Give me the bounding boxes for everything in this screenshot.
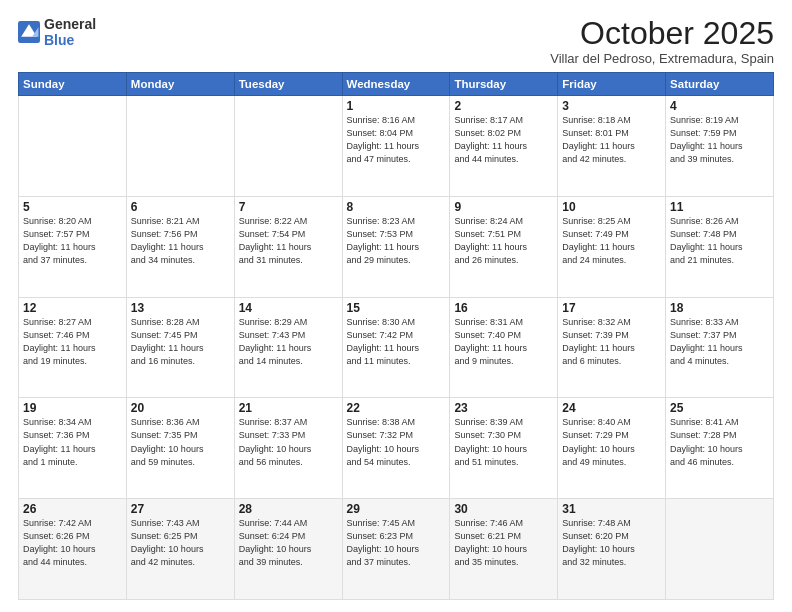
calendar-table: SundayMondayTuesdayWednesdayThursdayFrid…	[18, 72, 774, 600]
day-info: Sunrise: 8:29 AM Sunset: 7:43 PM Dayligh…	[239, 316, 338, 368]
calendar-cell: 12Sunrise: 8:27 AM Sunset: 7:46 PM Dayli…	[19, 297, 127, 398]
weekday-header: Tuesday	[234, 73, 342, 96]
calendar-cell: 23Sunrise: 8:39 AM Sunset: 7:30 PM Dayli…	[450, 398, 558, 499]
day-info: Sunrise: 7:48 AM Sunset: 6:20 PM Dayligh…	[562, 517, 661, 569]
logo: General Blue	[18, 16, 96, 48]
day-info: Sunrise: 8:34 AM Sunset: 7:36 PM Dayligh…	[23, 416, 122, 468]
day-info: Sunrise: 8:22 AM Sunset: 7:54 PM Dayligh…	[239, 215, 338, 267]
calendar-cell: 1Sunrise: 8:16 AM Sunset: 8:04 PM Daylig…	[342, 96, 450, 197]
day-info: Sunrise: 8:21 AM Sunset: 7:56 PM Dayligh…	[131, 215, 230, 267]
page: General Blue October 2025 Villar del Ped…	[0, 0, 792, 612]
day-number: 19	[23, 401, 122, 415]
day-info: Sunrise: 8:30 AM Sunset: 7:42 PM Dayligh…	[347, 316, 446, 368]
day-info: Sunrise: 8:40 AM Sunset: 7:29 PM Dayligh…	[562, 416, 661, 468]
header-row: SundayMondayTuesdayWednesdayThursdayFrid…	[19, 73, 774, 96]
day-number: 10	[562, 200, 661, 214]
calendar-cell: 6Sunrise: 8:21 AM Sunset: 7:56 PM Daylig…	[126, 196, 234, 297]
calendar-cell	[234, 96, 342, 197]
day-number: 29	[347, 502, 446, 516]
day-number: 20	[131, 401, 230, 415]
weekday-header: Wednesday	[342, 73, 450, 96]
day-info: Sunrise: 8:17 AM Sunset: 8:02 PM Dayligh…	[454, 114, 553, 166]
calendar-week-row: 12Sunrise: 8:27 AM Sunset: 7:46 PM Dayli…	[19, 297, 774, 398]
day-number: 11	[670, 200, 769, 214]
day-number: 28	[239, 502, 338, 516]
day-number: 4	[670, 99, 769, 113]
day-info: Sunrise: 8:16 AM Sunset: 8:04 PM Dayligh…	[347, 114, 446, 166]
day-number: 25	[670, 401, 769, 415]
calendar-cell: 27Sunrise: 7:43 AM Sunset: 6:25 PM Dayli…	[126, 499, 234, 600]
calendar-cell	[19, 96, 127, 197]
calendar-cell: 31Sunrise: 7:48 AM Sunset: 6:20 PM Dayli…	[558, 499, 666, 600]
calendar-cell: 2Sunrise: 8:17 AM Sunset: 8:02 PM Daylig…	[450, 96, 558, 197]
day-info: Sunrise: 7:44 AM Sunset: 6:24 PM Dayligh…	[239, 517, 338, 569]
day-info: Sunrise: 8:32 AM Sunset: 7:39 PM Dayligh…	[562, 316, 661, 368]
calendar-cell: 16Sunrise: 8:31 AM Sunset: 7:40 PM Dayli…	[450, 297, 558, 398]
day-number: 2	[454, 99, 553, 113]
day-info: Sunrise: 8:31 AM Sunset: 7:40 PM Dayligh…	[454, 316, 553, 368]
day-number: 1	[347, 99, 446, 113]
day-info: Sunrise: 8:37 AM Sunset: 7:33 PM Dayligh…	[239, 416, 338, 468]
calendar-cell: 10Sunrise: 8:25 AM Sunset: 7:49 PM Dayli…	[558, 196, 666, 297]
day-info: Sunrise: 7:45 AM Sunset: 6:23 PM Dayligh…	[347, 517, 446, 569]
calendar-cell: 3Sunrise: 8:18 AM Sunset: 8:01 PM Daylig…	[558, 96, 666, 197]
day-number: 7	[239, 200, 338, 214]
day-number: 31	[562, 502, 661, 516]
weekday-header: Friday	[558, 73, 666, 96]
calendar-cell: 21Sunrise: 8:37 AM Sunset: 7:33 PM Dayli…	[234, 398, 342, 499]
calendar-cell	[126, 96, 234, 197]
day-number: 30	[454, 502, 553, 516]
weekday-header: Monday	[126, 73, 234, 96]
header: General Blue October 2025 Villar del Ped…	[18, 16, 774, 66]
day-info: Sunrise: 8:18 AM Sunset: 8:01 PM Dayligh…	[562, 114, 661, 166]
day-number: 23	[454, 401, 553, 415]
weekday-header: Thursday	[450, 73, 558, 96]
calendar-cell: 26Sunrise: 7:42 AM Sunset: 6:26 PM Dayli…	[19, 499, 127, 600]
calendar-cell: 20Sunrise: 8:36 AM Sunset: 7:35 PM Dayli…	[126, 398, 234, 499]
day-number: 24	[562, 401, 661, 415]
logo-text-blue: Blue	[44, 32, 96, 48]
day-info: Sunrise: 8:33 AM Sunset: 7:37 PM Dayligh…	[670, 316, 769, 368]
day-number: 18	[670, 301, 769, 315]
day-info: Sunrise: 8:26 AM Sunset: 7:48 PM Dayligh…	[670, 215, 769, 267]
day-number: 22	[347, 401, 446, 415]
day-number: 14	[239, 301, 338, 315]
calendar-cell: 13Sunrise: 8:28 AM Sunset: 7:45 PM Dayli…	[126, 297, 234, 398]
calendar-cell: 5Sunrise: 8:20 AM Sunset: 7:57 PM Daylig…	[19, 196, 127, 297]
day-number: 13	[131, 301, 230, 315]
day-info: Sunrise: 8:24 AM Sunset: 7:51 PM Dayligh…	[454, 215, 553, 267]
calendar-week-row: 26Sunrise: 7:42 AM Sunset: 6:26 PM Dayli…	[19, 499, 774, 600]
calendar-week-row: 5Sunrise: 8:20 AM Sunset: 7:57 PM Daylig…	[19, 196, 774, 297]
day-info: Sunrise: 8:41 AM Sunset: 7:28 PM Dayligh…	[670, 416, 769, 468]
calendar-cell: 28Sunrise: 7:44 AM Sunset: 6:24 PM Dayli…	[234, 499, 342, 600]
calendar-cell: 30Sunrise: 7:46 AM Sunset: 6:21 PM Dayli…	[450, 499, 558, 600]
calendar-cell: 22Sunrise: 8:38 AM Sunset: 7:32 PM Dayli…	[342, 398, 450, 499]
calendar-cell: 18Sunrise: 8:33 AM Sunset: 7:37 PM Dayli…	[666, 297, 774, 398]
calendar-cell: 19Sunrise: 8:34 AM Sunset: 7:36 PM Dayli…	[19, 398, 127, 499]
calendar-cell: 24Sunrise: 8:40 AM Sunset: 7:29 PM Dayli…	[558, 398, 666, 499]
day-number: 9	[454, 200, 553, 214]
calendar-cell: 15Sunrise: 8:30 AM Sunset: 7:42 PM Dayli…	[342, 297, 450, 398]
day-number: 21	[239, 401, 338, 415]
day-info: Sunrise: 8:23 AM Sunset: 7:53 PM Dayligh…	[347, 215, 446, 267]
calendar-cell: 11Sunrise: 8:26 AM Sunset: 7:48 PM Dayli…	[666, 196, 774, 297]
weekday-header: Sunday	[19, 73, 127, 96]
calendar-cell: 25Sunrise: 8:41 AM Sunset: 7:28 PM Dayli…	[666, 398, 774, 499]
day-info: Sunrise: 7:43 AM Sunset: 6:25 PM Dayligh…	[131, 517, 230, 569]
day-info: Sunrise: 8:28 AM Sunset: 7:45 PM Dayligh…	[131, 316, 230, 368]
day-number: 26	[23, 502, 122, 516]
day-info: Sunrise: 8:36 AM Sunset: 7:35 PM Dayligh…	[131, 416, 230, 468]
calendar-cell: 14Sunrise: 8:29 AM Sunset: 7:43 PM Dayli…	[234, 297, 342, 398]
day-info: Sunrise: 8:38 AM Sunset: 7:32 PM Dayligh…	[347, 416, 446, 468]
day-info: Sunrise: 8:20 AM Sunset: 7:57 PM Dayligh…	[23, 215, 122, 267]
calendar-week-row: 19Sunrise: 8:34 AM Sunset: 7:36 PM Dayli…	[19, 398, 774, 499]
calendar-cell: 29Sunrise: 7:45 AM Sunset: 6:23 PM Dayli…	[342, 499, 450, 600]
day-number: 15	[347, 301, 446, 315]
calendar-cell: 7Sunrise: 8:22 AM Sunset: 7:54 PM Daylig…	[234, 196, 342, 297]
calendar-cell: 8Sunrise: 8:23 AM Sunset: 7:53 PM Daylig…	[342, 196, 450, 297]
day-info: Sunrise: 8:27 AM Sunset: 7:46 PM Dayligh…	[23, 316, 122, 368]
day-number: 8	[347, 200, 446, 214]
logo-icon	[18, 21, 40, 43]
day-number: 12	[23, 301, 122, 315]
weekday-header: Saturday	[666, 73, 774, 96]
